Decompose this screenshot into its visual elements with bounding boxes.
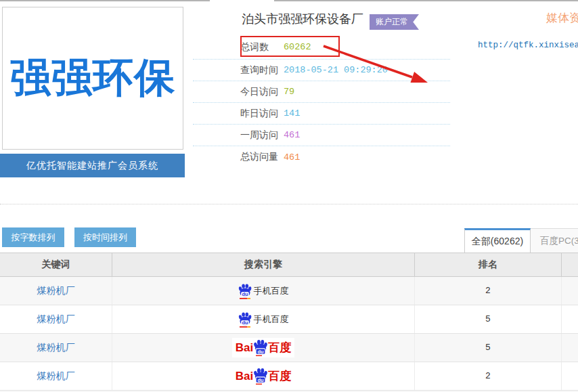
system-banner-label: 亿优托智能建站推广会员系统 <box>26 160 158 172</box>
site-url-link[interactable]: http://qtfk.xinxisea. <box>478 41 578 50</box>
stat-value: 141 <box>284 108 300 118</box>
company-logo-text: 强强环保 <box>10 51 175 106</box>
stat-row-total-visits: 总访问量 461 <box>193 146 450 168</box>
stat-label: 一周访问 <box>240 129 284 141</box>
account-title: 泊头市强强环保设备厂 <box>242 11 363 27</box>
stat-row-yesterday-visits: 昨日访问 141 <box>193 103 450 125</box>
stat-row-today-visits: 今日访问 79 <box>193 81 450 103</box>
account-stats-list: 总词数 60262 查询时间 2018-05-21 09:29:20 今日访问 … <box>193 35 450 168</box>
svg-text:du: du <box>242 291 248 297</box>
baidu-paw-icon: du <box>238 283 252 299</box>
rank-value: 2 <box>485 286 491 296</box>
stat-value: 79 <box>284 87 294 97</box>
stat-value: 461 <box>284 152 300 162</box>
table-row: 煤粉机厂 du 手机百度 5 <box>0 305 578 334</box>
stat-label: 总词数 <box>240 41 284 53</box>
engine-label: 手机百度 <box>254 285 289 297</box>
baidu-logo-bai-text: Bai <box>236 370 253 383</box>
media-panel-title: 媒体资源 <box>546 10 578 26</box>
stat-label: 昨日访问 <box>240 108 284 120</box>
keyword-link[interactable]: 煤粉机厂 <box>37 342 75 354</box>
engine-mobile-baidu: du 手机百度 <box>238 283 289 299</box>
sort-by-time-button[interactable]: 按时间排列 <box>74 227 136 247</box>
keyword-link[interactable]: 煤粉机厂 <box>37 313 75 326</box>
column-header-extra <box>562 253 578 276</box>
stat-row-query-time: 查询时间 2018-05-21 09:29:20 <box>193 60 450 81</box>
seo-dashboard-page: { "logo": { "text": "强强环保" }, "banner": … <box>0 0 578 392</box>
rank-value: 5 <box>485 343 491 353</box>
keyword-ranking-table: 关键词 搜索引擎 排名 煤粉机厂 du 手机百度 <box>0 253 578 392</box>
svg-text:du: du <box>258 377 265 383</box>
rank-value: 5 <box>485 314 491 324</box>
baidu-logo-bai-text: Bai <box>236 341 253 355</box>
company-logo: 强强环保 <box>2 7 183 150</box>
table-header-row: 关键词 搜索引擎 排名 <box>0 253 578 277</box>
tab-baidu-pc[interactable]: 百度PC(30 <box>531 228 578 253</box>
keyword-link[interactable]: 煤粉机厂 <box>37 285 75 297</box>
account-status-badge: 账户正常 <box>370 14 419 30</box>
engine-mobile-baidu: du 手机百度 <box>238 311 289 328</box>
stat-row-week-visits: 一周访问 461 <box>193 125 450 146</box>
table-row: 煤粉机厂 Bai du 百度 5 <box>0 334 578 362</box>
column-header-search-engine: 搜索引擎 <box>112 253 415 276</box>
rank-value: 2 <box>485 371 491 381</box>
engine-baidu-pc-logo: Bai du 百度 <box>232 366 294 386</box>
page-top-border <box>0 0 578 1</box>
baidu-logo-cn-text: 百度 <box>268 340 291 355</box>
page-top-border-tab-gap <box>210 0 274 1</box>
stat-label: 总访问量 <box>240 151 284 163</box>
keyword-link[interactable]: 煤粉机厂 <box>37 370 75 383</box>
section-divider <box>0 204 578 204</box>
stat-value: 461 <box>284 130 300 140</box>
stat-value: 60262 <box>284 42 311 52</box>
table-row: 煤粉机厂 Bai du 百度 2 <box>0 362 578 391</box>
engine-label: 手机百度 <box>254 313 289 326</box>
column-header-rank: 排名 <box>415 253 562 276</box>
baidu-paw-icon: du <box>238 311 252 328</box>
baidu-paw-icon: du <box>253 339 268 356</box>
baidu-paw-icon: du <box>253 368 268 385</box>
stat-label: 查询时间 <box>240 64 284 77</box>
tab-all-keywords[interactable]: 全部(60262) <box>464 228 531 253</box>
svg-text:du: du <box>242 320 248 326</box>
baidu-logo-cn-text: 百度 <box>268 368 291 384</box>
table-row: 煤粉机厂 du 手机百度 2 <box>0 277 578 305</box>
svg-text:du: du <box>258 349 265 355</box>
sort-by-wordcount-button[interactable]: 按字数排列 <box>2 227 64 247</box>
engine-baidu-pc-logo: Bai du 百度 <box>232 338 294 357</box>
stat-row-total-words: 总词数 60262 <box>193 35 450 60</box>
stat-value: 2018-05-21 09:29:20 <box>284 65 388 75</box>
column-header-keyword: 关键词 <box>0 253 112 276</box>
stat-label: 今日访问 <box>240 86 284 98</box>
system-banner: 亿优托智能建站推广会员系统 <box>0 154 185 177</box>
